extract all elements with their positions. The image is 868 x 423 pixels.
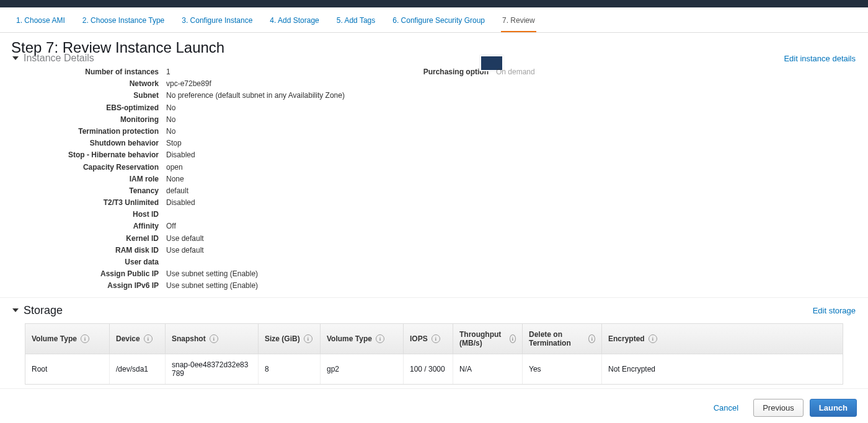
detail-label: Assign IPv6 IP (12, 280, 166, 292)
detail-label: Network (12, 78, 166, 90)
edit-storage-link[interactable]: Edit storage (813, 306, 856, 315)
col-delete-on-term: Delete on Termination (529, 330, 585, 347)
cell-encrypted: Not Encrypted (602, 354, 843, 384)
detail-label: EBS-optimized (12, 102, 166, 114)
detail-label: T2/T3 Unlimited (12, 197, 166, 209)
detail-value: vpc-e72be89f (166, 78, 211, 90)
instance-detail-row: Shutdown behaviorStop (12, 137, 397, 149)
instance-details-toggle[interactable]: Instance Details (12, 53, 94, 64)
tab-add-storage[interactable]: 4. Add Storage (268, 12, 320, 32)
cell-iops: 100 / 3000 (404, 354, 453, 384)
instance-detail-row: User data (12, 256, 397, 268)
storage-title: Storage (24, 304, 63, 317)
detail-label: User data (12, 256, 166, 268)
cell-snapshot: snap-0ee48372d32e83789 (166, 354, 259, 384)
cell-delete-term: Yes (523, 354, 602, 384)
instance-detail-row: Number of instances1 (12, 66, 397, 78)
info-icon[interactable] (649, 334, 657, 343)
instance-detail-row: Networkvpc-e72be89f (12, 78, 397, 90)
detail-label: Tenancy (12, 185, 166, 197)
cancel-button[interactable]: Cancel (705, 399, 747, 416)
cell-device: /dev/sda1 (110, 354, 166, 384)
col-device: Device (116, 334, 140, 343)
detail-label: Host ID (12, 209, 166, 220)
detail-label: Affinity (12, 220, 166, 232)
tab-choose-ami[interactable]: 1. Choose AMI (15, 12, 66, 32)
info-icon[interactable] (510, 334, 516, 343)
detail-label: Termination protection (12, 126, 166, 137)
detail-label: Assign Public IP (12, 268, 166, 280)
instance-detail-row: SubnetNo preference (default subnet in a… (12, 90, 397, 102)
detail-value: 1 (166, 66, 170, 78)
detail-label: RAM disk ID (12, 245, 166, 256)
instance-detail-row: T2/T3 UnlimitedDisabled (12, 197, 397, 209)
detail-label: Shutdown behavior (12, 137, 166, 149)
cell-size: 8 (259, 354, 321, 384)
detail-label: Capacity Reservation (12, 162, 166, 173)
info-icon[interactable] (432, 334, 440, 343)
tab-configure-instance[interactable]: 3. Configure Instance (180, 12, 254, 32)
tab-review[interactable]: 7. Review (501, 12, 536, 32)
storage-toggle[interactable]: Storage (12, 304, 63, 317)
info-icon[interactable] (304, 334, 312, 343)
detail-value: Use subnet setting (Enable) (166, 268, 258, 280)
detail-value: No (166, 114, 175, 126)
caret-down-icon (12, 56, 19, 60)
tab-configure-security-group[interactable]: 6. Configure Security Group (391, 12, 486, 32)
col-size: Size (GiB) (265, 334, 300, 343)
launch-button[interactable]: Launch (810, 399, 857, 417)
info-icon[interactable] (588, 334, 595, 343)
detail-label: Number of instances (12, 66, 166, 78)
detail-value: Disabled (166, 197, 195, 209)
console-topbar (0, 0, 868, 7)
instance-detail-row: Host ID (12, 209, 397, 220)
instance-detail-row: Termination protectionNo (12, 126, 397, 137)
info-icon[interactable] (81, 334, 89, 343)
detail-value: No (166, 126, 175, 137)
info-icon[interactable] (144, 334, 153, 343)
instance-detail-row: Assign IPv6 IPUse subnet setting (Enable… (12, 280, 397, 292)
detail-label: Subnet (12, 90, 166, 102)
wizard-tabs: 1. Choose AMI 2. Choose Instance Type 3.… (0, 7, 868, 33)
detail-label: IAM role (12, 173, 166, 185)
instance-detail-row: MonitoringNo (12, 114, 397, 126)
tab-add-tags[interactable]: 5. Add Tags (335, 12, 377, 32)
purchasing-option-value: On demand (496, 66, 535, 78)
edit-instance-details-link[interactable]: Edit instance details (784, 54, 856, 63)
detail-value: Stop (166, 137, 182, 149)
storage-table: Volume Type Device Snapshot Size (GiB) V… (25, 323, 843, 385)
storage-header-row: Storage Edit storage (0, 297, 868, 320)
instance-detail-row: AffinityOff (12, 220, 397, 232)
cell-vol-type-label: Root (25, 354, 110, 384)
detail-value: Use default (166, 245, 204, 256)
cell-throughput: N/A (453, 354, 523, 384)
col-iops: IOPS (410, 334, 428, 343)
previous-button[interactable]: Previous (753, 399, 804, 417)
instance-details-title: Instance Details (24, 53, 94, 64)
instance-detail-row: EBS-optimizedNo (12, 102, 397, 114)
caret-down-icon (12, 308, 19, 312)
wizard-footer: Cancel Previous Launch (0, 393, 868, 423)
detail-value: Use subnet setting (Enable) (166, 280, 258, 292)
instance-detail-row: Tenancydefault (12, 185, 397, 197)
instance-detail-row: IAM roleNone (12, 173, 397, 185)
storage-row: Root /dev/sda1 snap-0ee48372d32e83789 8 … (25, 354, 843, 384)
tab-choose-instance-type[interactable]: 2. Choose Instance Type (81, 12, 166, 32)
col-volume-type: Volume Type (327, 334, 372, 343)
detail-value: Off (166, 220, 176, 232)
detail-label: Stop - Hibernate behavior (12, 149, 166, 161)
instance-detail-row: RAM disk IDUse default (12, 245, 397, 256)
detail-label: Kernel ID (12, 233, 166, 245)
detail-value: No preference (default subnet in any Ava… (166, 90, 345, 102)
info-icon[interactable] (210, 334, 218, 343)
instance-detail-row: Kernel IDUse default (12, 233, 397, 245)
col-encrypted: Encrypted (608, 334, 645, 343)
instance-detail-row: Assign Public IPUse subnet setting (Enab… (12, 268, 397, 280)
cell-volume-type: gp2 (321, 354, 404, 384)
detail-value: None (166, 173, 184, 185)
detail-label: Monitoring (12, 114, 166, 126)
detail-value: default (166, 185, 188, 197)
info-icon[interactable] (376, 334, 384, 343)
col-throughput: Throughput (MB/s) (459, 330, 506, 347)
col-volume-type-label: Volume Type (32, 334, 77, 343)
